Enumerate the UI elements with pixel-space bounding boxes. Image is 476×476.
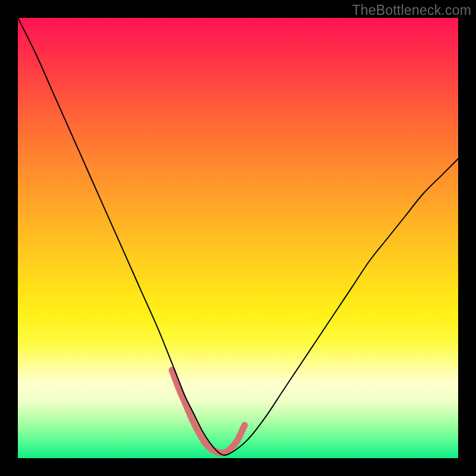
watermark-text: TheBottleneck.com: [352, 2, 471, 18]
curves-svg: [18, 18, 458, 458]
bottleneck-curve: [18, 18, 458, 455]
plot-area: [18, 18, 458, 458]
chart-frame: TheBottleneck.com: [0, 0, 476, 476]
